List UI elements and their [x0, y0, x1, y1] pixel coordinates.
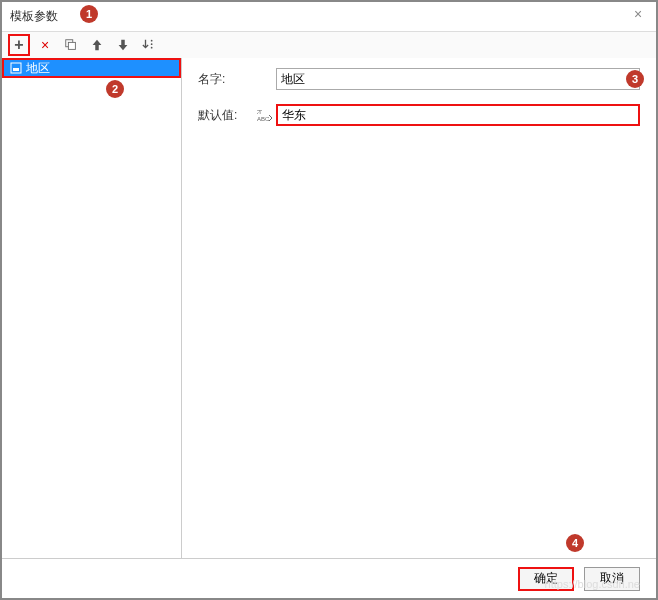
ok-button[interactable]: 确定 — [518, 567, 574, 591]
copy-button[interactable] — [60, 34, 82, 56]
content-area: 地区 名字: 默认值: ꯍABC — [2, 58, 656, 558]
footer: 确定 取消 — [2, 558, 656, 598]
default-label: 默认值: — [198, 107, 254, 124]
svg-rect-6 — [13, 68, 19, 71]
delete-button[interactable]: × — [34, 34, 56, 56]
titlebar: 模板参数 × — [2, 2, 656, 32]
name-input[interactable] — [276, 68, 640, 90]
param-icon — [10, 62, 22, 74]
window-title: 模板参数 — [10, 8, 58, 25]
add-button[interactable]: + — [8, 34, 30, 56]
name-label: 名字: — [198, 71, 254, 88]
sort-icon — [142, 38, 156, 52]
default-input[interactable] — [276, 104, 640, 126]
sort-button[interactable] — [138, 34, 160, 56]
list-item[interactable]: 地区 — [2, 58, 181, 78]
name-row: 名字: — [198, 68, 640, 90]
plus-icon: + — [14, 36, 23, 54]
svg-text:ABC: ABC — [257, 116, 270, 122]
form-panel: 名字: 默认值: ꯍABC — [182, 58, 656, 558]
default-row: 默认值: ꯍABC — [198, 104, 640, 126]
annotation-badge-1: 1 — [80, 5, 98, 23]
annotation-badge-2: 2 — [106, 80, 124, 98]
move-down-button[interactable] — [112, 34, 134, 56]
svg-point-2 — [151, 40, 153, 42]
cancel-button[interactable]: 取消 — [584, 567, 640, 591]
annotation-badge-3: 3 — [626, 70, 644, 88]
toolbar: + × — [2, 32, 656, 58]
copy-icon — [64, 38, 78, 52]
x-icon: × — [41, 37, 49, 53]
svg-rect-1 — [68, 42, 75, 49]
param-list: 地区 — [2, 58, 182, 558]
move-up-button[interactable] — [86, 34, 108, 56]
annotation-badge-4: 4 — [566, 534, 584, 552]
svg-point-3 — [151, 43, 153, 45]
close-icon[interactable]: × — [628, 6, 648, 22]
arrow-down-icon — [116, 38, 130, 52]
arrow-up-icon — [90, 38, 104, 52]
type-icon: ꯍABC — [254, 108, 276, 122]
svg-text:ꯍ: ꯍ — [257, 109, 263, 115]
list-item-label: 地区 — [26, 60, 50, 77]
svg-point-4 — [151, 47, 153, 49]
